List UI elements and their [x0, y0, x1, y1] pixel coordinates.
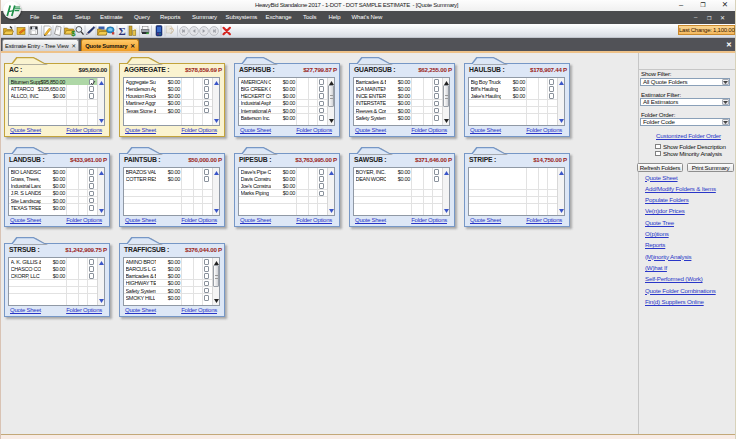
- svg-text:$: $: [71, 29, 76, 38]
- svg-text:Σ: Σ: [119, 25, 126, 37]
